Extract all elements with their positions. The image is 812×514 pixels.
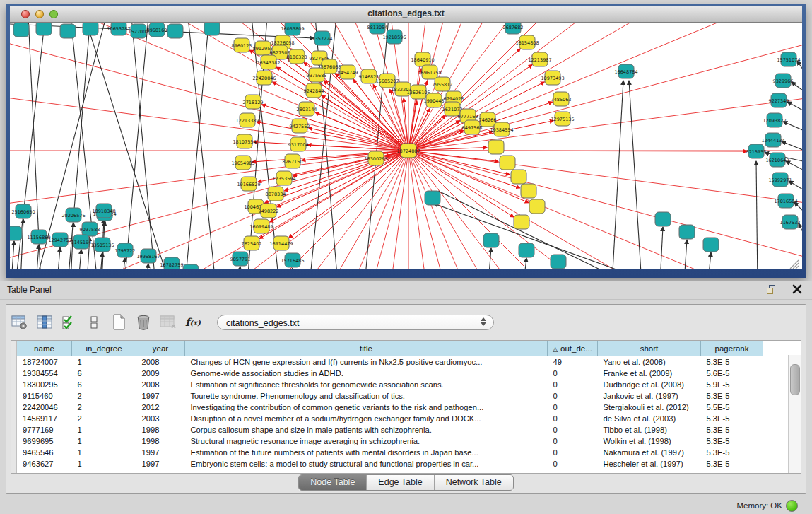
table-cell[interactable]: Tibbo et al. (1998) xyxy=(598,424,701,436)
table-row[interactable]: 1830029562008Estimation of significance … xyxy=(17,379,763,390)
network-node[interactable] xyxy=(60,24,76,38)
table-cell[interactable]: 0 xyxy=(548,379,598,390)
table-cell[interactable]: 9463627 xyxy=(17,458,72,469)
network-node[interactable] xyxy=(514,215,529,229)
table-row[interactable]: 946554611997Estimation of the future num… xyxy=(17,447,763,458)
table-cell[interactable]: 2008 xyxy=(136,379,185,390)
resize-grip-icon[interactable] xyxy=(793,263,799,269)
table-cell[interactable]: 14569117 xyxy=(17,413,72,424)
network-node[interactable] xyxy=(655,212,671,226)
table-cell[interactable]: 1998 xyxy=(136,424,185,436)
reference-edge[interactable] xyxy=(629,81,642,269)
network-node[interactable] xyxy=(13,23,29,37)
network-node[interactable] xyxy=(204,23,220,35)
network-node[interactable] xyxy=(679,225,695,239)
reference-edge[interactable] xyxy=(78,250,81,269)
table-cell[interactable]: Estimation of significance thresholds fo… xyxy=(185,379,548,390)
resize-grip-icon[interactable] xyxy=(796,266,799,269)
table-cell[interactable]: 2003 xyxy=(136,413,185,424)
network-node[interactable] xyxy=(483,233,499,247)
reference-edge[interactable] xyxy=(708,252,711,269)
table-row[interactable]: 2242004622012Investigating the contribut… xyxy=(17,402,763,413)
network-node[interactable] xyxy=(488,140,504,154)
table-selector-dropdown[interactable]: citations_edges.txt xyxy=(217,315,494,330)
table-cell[interactable]: Estimation of the future numbers of pati… xyxy=(185,447,548,458)
reference-edge[interactable] xyxy=(612,81,623,269)
table-cell[interactable]: Embryonic stem cells: a model to study s… xyxy=(185,458,548,469)
table-cell[interactable]: 5.3E-5 xyxy=(701,447,763,458)
table-cell[interactable]: 0 xyxy=(548,368,598,379)
reference-edge[interactable] xyxy=(237,267,240,269)
table-cell[interactable]: 18300295 xyxy=(17,379,72,390)
network-node[interactable] xyxy=(167,24,183,38)
table-cell[interactable]: Tourette syndrome. Phenomenology and cla… xyxy=(185,390,548,402)
column-header-indegree[interactable]: in_degree xyxy=(72,341,136,356)
network-node[interactable] xyxy=(83,23,98,35)
reference-edge[interactable] xyxy=(122,258,125,269)
table-row[interactable]: 1456911722003Disruption of a novel membe… xyxy=(17,413,763,424)
table-cell[interactable]: 5.6E-5 xyxy=(701,368,763,379)
network-node[interactable] xyxy=(10,226,22,240)
table-cell[interactable]: 1 xyxy=(72,424,136,436)
table-cell[interactable]: 1997 xyxy=(136,390,185,402)
column-header-year[interactable]: year xyxy=(136,341,185,356)
table-cell[interactable]: 9777169 xyxy=(17,424,72,436)
reference-edge[interactable] xyxy=(756,161,758,269)
column-header-pagerank[interactable]: pagerank xyxy=(701,341,763,356)
table-cell[interactable]: 0 xyxy=(548,413,598,424)
table-cell[interactable]: 1997 xyxy=(136,458,185,469)
table-cell[interactable]: Genome-wide association studies in ADHD. xyxy=(185,368,548,379)
table-cell[interactable]: Yano et al. (2008) xyxy=(598,356,701,368)
float-window-icon[interactable] xyxy=(766,285,777,295)
citation-edge[interactable] xyxy=(284,151,408,191)
table-cell[interactable]: Corpus callosum shape and size in male p… xyxy=(185,424,548,436)
network-node[interactable] xyxy=(521,184,536,198)
table-cell[interactable]: 1 xyxy=(72,447,136,458)
network-node[interactable] xyxy=(511,170,526,184)
select-mode-icon[interactable] xyxy=(60,313,78,332)
node-attribute-table[interactable]: namein_degreeyeartitle△out_de...shortpag… xyxy=(17,341,763,469)
table-cell[interactable]: 5.3E-5 xyxy=(701,390,763,402)
table-cell[interactable]: 1997 xyxy=(136,447,185,458)
table-cell[interactable]: 18724007 xyxy=(17,356,72,368)
network-node[interactable] xyxy=(529,199,545,214)
table-cell[interactable]: Franke et al. (2009) xyxy=(598,368,701,379)
table-cell[interactable]: 2008 xyxy=(136,356,185,368)
citation-network-graph[interactable]: 8960123891295518226058982750316543382818… xyxy=(10,23,802,269)
table-cell[interactable]: 1 xyxy=(72,356,136,368)
network-node[interactable] xyxy=(36,23,52,35)
table-cell[interactable]: 6 xyxy=(72,368,136,379)
table-cell[interactable]: 22420046 xyxy=(17,402,72,413)
delete-table-icon[interactable] xyxy=(134,313,153,332)
table-cell[interactable]: 5.9E-5 xyxy=(701,379,763,390)
column-header-outde[interactable]: △out_de... xyxy=(548,341,598,356)
table-cell[interactable]: 1998 xyxy=(136,436,185,447)
table-cell[interactable]: 1 xyxy=(72,436,136,447)
table-cell[interactable]: 49 xyxy=(548,356,598,368)
reference-edge[interactable] xyxy=(11,241,14,269)
reference-edge[interactable] xyxy=(131,23,155,269)
column-header-title[interactable]: title xyxy=(185,341,548,356)
table-cell[interactable]: Stergiakouli et al. (2012) xyxy=(598,402,701,413)
reference-edge[interactable] xyxy=(524,258,526,269)
table-cell[interactable]: 5.3E-5 xyxy=(701,436,763,447)
table-cell[interactable]: 5.3E-5 xyxy=(701,413,763,424)
table-cell[interactable]: 0 xyxy=(548,424,598,436)
table-cell[interactable]: Hescheler et al. (1997) xyxy=(598,458,701,469)
table-cell[interactable]: 2009 xyxy=(136,368,185,379)
table-cell[interactable]: 5.3E-5 xyxy=(701,458,763,469)
table-settings-icon[interactable] xyxy=(11,313,29,332)
table-row[interactable]: 911546021997Tourette syndrome. Phenomeno… xyxy=(17,390,763,402)
table-cell[interactable]: Changes of HCN gene expression and I(f) … xyxy=(185,356,548,368)
network-node[interactable] xyxy=(500,156,515,170)
reference-edge[interactable] xyxy=(36,245,39,269)
table-cell[interactable]: 9699695 xyxy=(17,436,72,447)
scrollbar-thumb[interactable] xyxy=(790,364,800,395)
table-cell[interactable]: 0 xyxy=(548,458,598,469)
column-chooser-icon[interactable] xyxy=(35,313,54,332)
table-cell[interactable]: Wolkin et al. (1998) xyxy=(598,436,701,447)
table-cell[interactable]: 5.3E-5 xyxy=(701,356,763,368)
table-row[interactable]: 1938455462009Genome-wide association stu… xyxy=(17,368,763,379)
table-cell[interactable]: Disruption of a novel member of a sodium… xyxy=(185,413,548,424)
reference-edge[interactable] xyxy=(146,264,148,269)
